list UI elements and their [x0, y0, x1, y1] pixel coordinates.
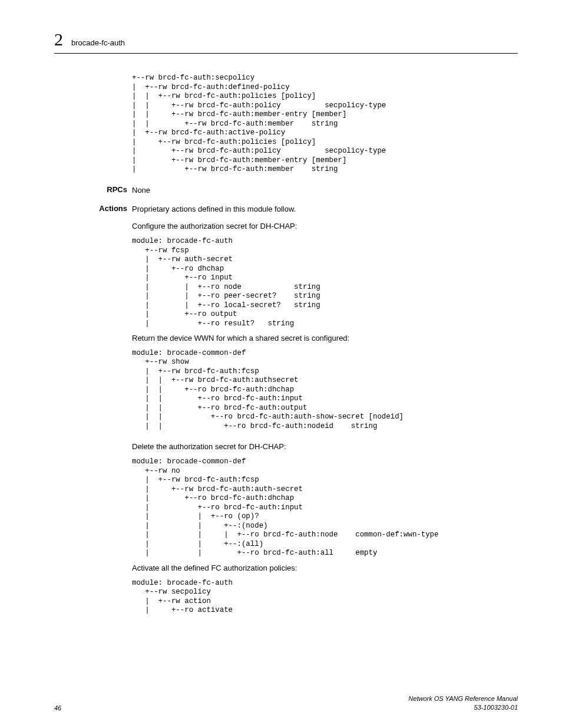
code-block-configure: module: brocade-fc-auth +--rw fcsp | +--… — [132, 237, 518, 328]
para-block-p4: Activate all the defined FC authorizatio… — [132, 563, 518, 574]
code-block-delete: module: brocade-common-def +--rw no | +-… — [132, 457, 518, 558]
code-block-activate: module: brocade-fc-auth +--rw secpolicy … — [132, 579, 518, 615]
code-block-secpolicy: +--rw brcd-fc-auth:secpolicy | +--rw brc… — [132, 74, 518, 174]
chapter-number: 2 — [54, 29, 63, 50]
page-container: 2 brocade-fc-auth +--rw brcd-fc-auth:sec… — [0, 0, 562, 728]
code-content: module: brocade-fc-auth +--rw secpolicy … — [132, 579, 518, 615]
para-block-p2: Return the device WWN for which a shared… — [132, 333, 518, 344]
para-block-p3: Delete the authorization secret for DH-C… — [132, 442, 518, 453]
actions-p1: Configure the authorization secret for D… — [132, 221, 518, 232]
rpcs-label: RPCs — [91, 185, 132, 196]
code-block-return-wwn: module: brocade-common-def +--rw show | … — [132, 349, 518, 431]
actions-intro-text: Proprietary actions defined in this modu… — [132, 204, 518, 215]
document-id: 53-1003230-01 — [408, 703, 518, 711]
running-head: brocade-fc-auth — [71, 38, 125, 47]
actions-p3: Delete the authorization secret for DH-C… — [132, 442, 518, 453]
actions-p4: Activate all the defined FC authorizatio… — [132, 563, 518, 574]
actions-label: Actions — [91, 204, 132, 237]
code-content: module: brocade-fc-auth +--rw fcsp | +--… — [132, 237, 518, 328]
actions-row: Actions Proprietary actions defined in t… — [54, 204, 518, 237]
manual-title: Network OS YANG Reference Manual — [408, 694, 518, 703]
footer-right: Network OS YANG Reference Manual 53-1003… — [408, 694, 518, 711]
page-header: 2 brocade-fc-auth — [54, 29, 518, 54]
code-content: module: brocade-common-def +--rw no | +-… — [132, 457, 518, 558]
page-footer: 46 Network OS YANG Reference Manual 53-1… — [54, 694, 518, 711]
page-number: 46 — [54, 704, 61, 711]
code-content: +--rw brcd-fc-auth:secpolicy | +--rw brc… — [132, 74, 518, 174]
actions-intro: Proprietary actions defined in this modu… — [132, 204, 518, 237]
code-content: module: brocade-common-def +--rw show | … — [132, 349, 518, 431]
rpcs-value: None — [132, 185, 518, 196]
rpcs-row: RPCs None — [54, 185, 518, 196]
actions-p2: Return the device WWN for which a shared… — [132, 333, 518, 344]
